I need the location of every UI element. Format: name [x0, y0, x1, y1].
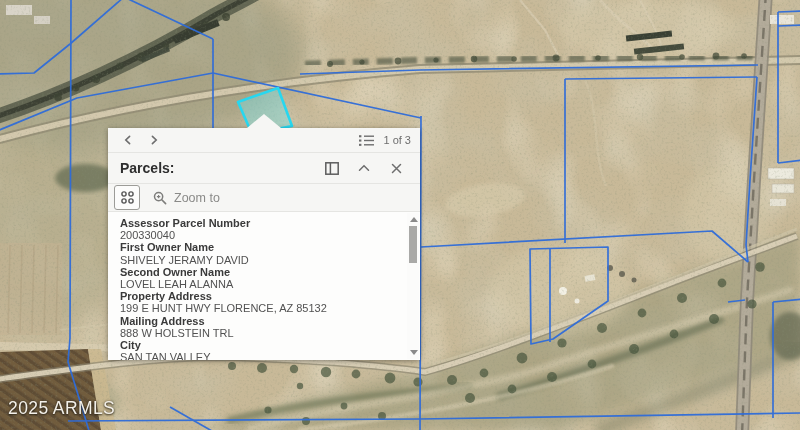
popup-attribute-list: Assessor Parcel Number 200330040 First O… [108, 212, 420, 360]
pagination-count: 1 of 3 [383, 134, 411, 146]
popup-actions-bar: Zoom to [108, 184, 420, 212]
next-feature-button[interactable] [143, 131, 165, 149]
map-application: 2025 ARMLS [0, 0, 800, 430]
parcel-info-popup: 1 of 3 Parcels: [108, 128, 420, 360]
zoom-to-label: Zoom to [174, 191, 220, 205]
close-icon [391, 163, 402, 174]
dock-popup-button[interactable] [320, 157, 344, 179]
chevron-up-icon [358, 164, 370, 172]
field-value: SHIVELY JERAMY DAVID [120, 254, 398, 266]
feature-menu-button[interactable] [114, 185, 140, 210]
popup-scrollbar[interactable] [407, 213, 419, 359]
field-label: Property Address [120, 290, 398, 302]
popup-title: Parcels: [120, 160, 312, 176]
scrollbar-thumb[interactable] [409, 226, 417, 263]
popup-pagination-bar: 1 of 3 [108, 128, 420, 153]
feature-menu-grid-icon [120, 190, 135, 205]
field-label: Second Owner Name [120, 266, 398, 278]
scroll-up-arrow[interactable] [410, 217, 418, 222]
popup-callout-pointer [247, 114, 281, 128]
field-label: Mailing Address [120, 315, 398, 327]
field-value: SAN TAN VALLEY [120, 351, 398, 360]
collapse-popup-button[interactable] [352, 157, 376, 179]
previous-feature-button[interactable] [117, 131, 139, 149]
feature-list-button[interactable] [355, 131, 377, 149]
popup-title-bar: Parcels: [108, 153, 420, 184]
field-label: Assessor Parcel Number [120, 217, 398, 229]
dock-icon [325, 162, 339, 175]
field-value: 199 E HUNT HWY FLORENCE, AZ 85132 [120, 302, 398, 314]
close-popup-button[interactable] [384, 157, 408, 179]
field-label: First Owner Name [120, 241, 398, 253]
scroll-down-arrow[interactable] [410, 350, 418, 355]
map-attribution-watermark: 2025 ARMLS [8, 398, 115, 419]
feature-list-icon [359, 134, 374, 147]
field-value: LOVEL LEAH ALANNA [120, 278, 398, 290]
zoom-to-button[interactable]: Zoom to [153, 191, 220, 205]
field-value: 888 W HOLSTEIN TRL [120, 327, 398, 339]
field-label: City [120, 339, 398, 351]
magnifier-icon [153, 191, 167, 205]
field-value: 200330040 [120, 229, 398, 241]
chevron-left-icon [122, 134, 134, 146]
chevron-right-icon [148, 134, 160, 146]
